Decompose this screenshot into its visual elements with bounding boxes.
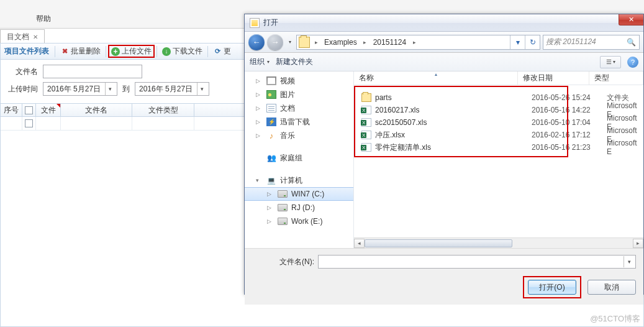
batch-delete-label: 批量删除 [71, 46, 101, 57]
crumb-sep-icon[interactable]: ▸ [312, 35, 320, 49]
sort-indicator-icon [57, 104, 60, 108]
close-button[interactable]: ✕ [619, 14, 643, 25]
tab-close-icon[interactable]: ✕ [33, 34, 38, 40]
organize-button[interactable]: 组织 ▾ [250, 57, 270, 67]
col-date[interactable]: 修改日期 [518, 71, 589, 85]
view-mode-button[interactable]: ☰ ▾ [600, 56, 621, 68]
tree-homegroup[interactable]: 家庭组 [245, 151, 353, 165]
cancel-button[interactable]: 取消 [587, 280, 636, 295]
sort-asc-icon: ▴ [435, 71, 437, 77]
folder-open-icon [250, 18, 260, 28]
h-scrollbar[interactable]: ◂ ▸ [354, 237, 643, 248]
date-from-picker[interactable]: 2016年 5月27日▾ [43, 82, 117, 96]
date-to-picker[interactable]: 2016年 5月27日▾ [135, 82, 209, 96]
dropdown-icon[interactable]: ▾ [624, 256, 634, 267]
tree-drive-e[interactable]: ▷Work (E:) [245, 214, 353, 228]
expand-icon[interactable]: ▷ [256, 91, 263, 98]
expand-icon[interactable]: ▷ [256, 132, 263, 139]
music-icon [266, 131, 276, 140]
dropdown-icon[interactable]: ▾ [197, 83, 207, 95]
drive-icon [278, 190, 288, 198]
separator [106, 46, 106, 57]
col-file[interactable]: 文件 [36, 104, 61, 116]
col-name[interactable]: ▴名称 [354, 71, 518, 85]
drive-icon [278, 204, 288, 211]
dropdown-icon[interactable]: ▾ [105, 83, 115, 95]
search-input[interactable]: 搜索 20151124 🔍 [543, 35, 640, 50]
tree-pictures[interactable]: ▷图片 [245, 88, 353, 101]
upload-label: 上传文件 [122, 46, 152, 57]
tree-music[interactable]: ▷音乐 [245, 129, 353, 142]
expand-icon[interactable]: ▷ [256, 105, 263, 111]
breadcrumb[interactable]: ▸ Examples ▸ 20151124 ▸ ▾ ↻ [296, 35, 540, 50]
document-tab[interactable]: 目文档✕ [0, 29, 45, 43]
open-button[interactable]: 打开(O) [528, 280, 576, 295]
crumb-sep-icon[interactable]: ▸ [361, 35, 370, 49]
nav-back-button[interactable]: ← [248, 34, 265, 50]
tree-documents[interactable]: ▷文档 [245, 101, 353, 115]
col-seq[interactable]: 序号 [1, 104, 22, 116]
col-checkbox[interactable] [22, 104, 36, 116]
scroll-left-button[interactable]: ◂ [354, 239, 365, 248]
date-from-value: 2016年 5月27日 [47, 84, 101, 94]
collapse-icon[interactable]: ▾ [256, 177, 263, 183]
computer-icon [266, 176, 276, 185]
nav-tree: ▷视频 ▷图片 ▷文档 ▷迅雷下载 ▷音乐 家庭组 ▾计算机 ▷WIN7 (C:… [245, 71, 354, 248]
filename-input[interactable] [43, 65, 142, 78]
scroll-track[interactable] [365, 239, 633, 248]
scroll-right-button[interactable]: ▸ [633, 239, 643, 248]
expand-icon[interactable]: ▷ [267, 205, 274, 211]
col-type[interactable]: 类型 [589, 71, 643, 85]
expand-icon[interactable]: ▷ [267, 218, 274, 224]
file-row[interactable]: parts2016-05-26 15:24文件夹 [354, 91, 643, 104]
tree-computer[interactable]: ▾计算机 [245, 173, 353, 187]
more-label: 更 [224, 46, 231, 57]
drive-icon [278, 218, 288, 225]
date-to-value: 2016年 5月27日 [139, 84, 193, 94]
crumb-dropdown-button[interactable]: ▾ [510, 35, 525, 49]
crumb-20151124[interactable]: 20151124 [370, 35, 410, 49]
upload-time-label: 上传时间 [6, 84, 38, 94]
expand-icon[interactable]: ▷ [256, 119, 263, 125]
expand-icon[interactable]: ▷ [256, 78, 263, 84]
row-checkbox[interactable] [25, 119, 33, 127]
new-folder-button[interactable]: 新建文件夹 [276, 57, 313, 67]
dialog-titlebar[interactable]: 打开 ✕ [245, 14, 643, 32]
download-button[interactable]: 下载文件 [159, 45, 206, 58]
col-filename[interactable]: 文件名 [61, 104, 132, 116]
to-label: 到 [122, 84, 130, 94]
homegroup-icon [266, 154, 276, 162]
chevron-down-icon: ▾ [267, 59, 270, 65]
nav-history-dropdown[interactable]: ▾ [286, 37, 294, 48]
tree-videos[interactable]: ▷视频 [245, 74, 353, 88]
tree-drive-d[interactable]: ▷RJ (D:) [245, 201, 353, 214]
refresh-button[interactable]: ↻ [525, 35, 540, 49]
checkbox-icon[interactable] [25, 106, 33, 114]
crumb-sep-icon[interactable]: ▸ [410, 35, 419, 49]
batch-delete-button[interactable]: 批量删除 [57, 45, 104, 58]
panel-title: 项目文件列表 [4, 46, 49, 57]
expand-icon[interactable]: ▷ [267, 191, 274, 197]
file-row[interactable]: 20160217.xls2016-05-16 14:22Microsoft E [354, 104, 643, 116]
crumb-examples[interactable]: Examples [320, 35, 361, 49]
pictures-icon [266, 90, 276, 99]
upload-button[interactable]: 上传文件 [108, 45, 155, 58]
col-filetype[interactable]: 文件类型 [132, 104, 194, 116]
excel-icon [361, 131, 371, 139]
search-placeholder: 搜索 20151124 [546, 37, 627, 47]
help-button[interactable]: ? [627, 57, 638, 68]
filename-label: 文件名(N): [252, 257, 314, 267]
help-menu[interactable]: 帮助 [36, 14, 51, 24]
file-row[interactable]: sc20150507.xls2016-05-10 17:04Microsoft … [354, 116, 643, 129]
delete-icon [60, 47, 69, 56]
scroll-thumb[interactable] [365, 239, 512, 247]
more-button[interactable]: 更 [210, 45, 234, 58]
open-file-dialog: 打开 ✕ ← → ▾ ▸ Examples ▸ 20151124 ▸ ▾ ↻ 搜… [244, 14, 644, 295]
tree-drive-c[interactable]: ▷WIN7 (C:) [245, 187, 353, 201]
nav-forward-button[interactable]: → [267, 34, 283, 50]
tree-thunder[interactable]: ▷迅雷下载 [245, 115, 353, 129]
filename-label: 文件名 [6, 67, 38, 77]
file-row[interactable]: 零件定额清单.xls2016-05-16 21:23Microsoft E [354, 141, 643, 154]
filename-combobox[interactable]: ▾ [318, 255, 636, 269]
file-row[interactable]: 冲压.xlsx2016-02-16 17:12Microsoft E [354, 129, 643, 141]
